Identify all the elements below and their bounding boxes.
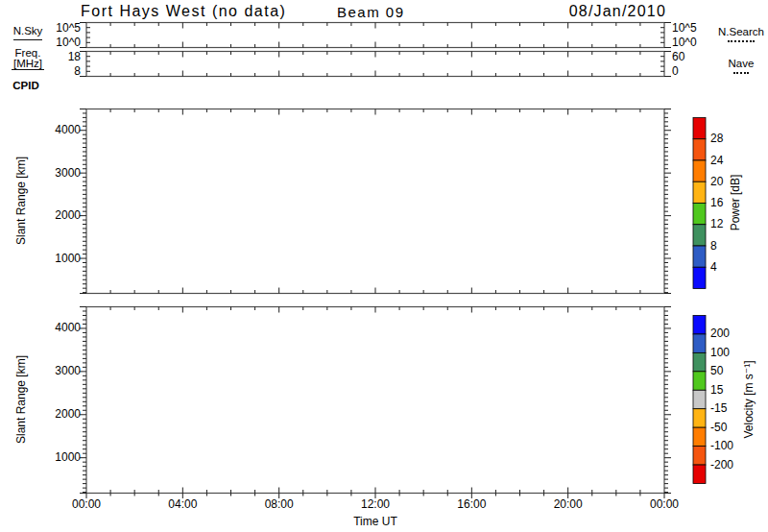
colorbar-tick-label: 28 bbox=[710, 133, 723, 145]
velocity-colorbar-segment bbox=[693, 427, 706, 446]
panel-frame bbox=[86, 307, 664, 494]
velocity-colorbar-segment bbox=[693, 352, 706, 371]
velocity-colorbar-segment bbox=[693, 390, 706, 408]
power-colorbar-segment bbox=[693, 204, 706, 225]
colorbar-tick-label: 24 bbox=[710, 155, 723, 167]
colorbar-tick-label: 50 bbox=[710, 365, 723, 377]
x-tick-label: 04:00 bbox=[156, 498, 209, 511]
y-tick-label: 3000 bbox=[27, 167, 81, 180]
colorbar-tick-label: -15 bbox=[710, 402, 727, 415]
nsearch-label: N.Search bbox=[718, 26, 764, 37]
strip-tick-label: 8 bbox=[27, 65, 81, 78]
velocity-colorbar-segment bbox=[693, 465, 706, 483]
nsearch-legend: N.Search bbox=[711, 26, 768, 42]
velocity-colorbar-segment bbox=[693, 447, 706, 465]
x-tick-label: 12:00 bbox=[348, 498, 402, 511]
nave-dotted-line-icon bbox=[733, 72, 749, 74]
y-tick-label: 3000 bbox=[27, 365, 81, 377]
velocity-colorbar-segment bbox=[693, 372, 706, 390]
strip-tick-label: 18 bbox=[27, 51, 81, 63]
strip-tick-label: 10^0 bbox=[27, 36, 81, 49]
velocity-colorbar-segment bbox=[693, 334, 706, 352]
page-title: Fort Hays West (no data) bbox=[81, 3, 286, 20]
power-colorbar-segment bbox=[693, 181, 706, 203]
y-tick-label: 1000 bbox=[27, 253, 81, 265]
power-colorbar-segment bbox=[693, 225, 706, 246]
superdarn-summary-plot: Fort Hays West (no data) Beam 09 08/Jan/… bbox=[0, 0, 768, 532]
nave-legend: Nave bbox=[711, 58, 768, 74]
x-tick-label: 16:00 bbox=[444, 498, 498, 511]
beam-label: Beam 09 bbox=[337, 4, 405, 20]
slant-range-axis-label-velocity: Slant Range [km] bbox=[14, 306, 28, 493]
cpid-label: CPID bbox=[4, 80, 48, 92]
axis-ticks bbox=[80, 23, 671, 499]
nsearch-dotted-line-icon bbox=[728, 40, 755, 42]
x-tick-label: 00:00 bbox=[637, 498, 691, 511]
strip-tick-label: 60 bbox=[672, 51, 684, 63]
nave-label: Nave bbox=[729, 58, 755, 69]
y-tick-label: 4000 bbox=[27, 124, 81, 136]
x-tick-label: 08:00 bbox=[252, 498, 306, 511]
y-tick-label: 2000 bbox=[27, 209, 81, 222]
colorbar-tick-label: 8 bbox=[710, 240, 717, 253]
colorbar-tick-label: 15 bbox=[710, 384, 723, 397]
y-tick-label: 2000 bbox=[27, 408, 81, 421]
velocity-colorbar-segment bbox=[693, 316, 706, 334]
time-axis-label: Time UT bbox=[303, 515, 447, 528]
y-tick-label: 4000 bbox=[27, 322, 81, 334]
power-colorbar-segment bbox=[693, 246, 706, 267]
power-colorbar-title: Power [dB] bbox=[729, 131, 742, 275]
strip-tick-label: 0 bbox=[672, 65, 679, 78]
colorbar-tick-label: 16 bbox=[710, 197, 723, 209]
velocity-colorbar-segment bbox=[693, 409, 706, 427]
colorbar-tick-label: -200 bbox=[710, 459, 733, 472]
strip-tick-label: 10^5 bbox=[672, 22, 697, 35]
panel-frame bbox=[86, 109, 664, 294]
colorbar-tick-label: 200 bbox=[710, 327, 730, 340]
colorbar-tick-label: 100 bbox=[710, 347, 730, 359]
x-tick-label: 20:00 bbox=[541, 498, 595, 511]
power-colorbar-segment bbox=[693, 118, 706, 139]
strip-tick-label: 10^5 bbox=[27, 22, 81, 35]
velocity-colorbar-title: Velocity [m s⁻¹] bbox=[742, 327, 756, 472]
power-colorbar-segment bbox=[693, 160, 706, 181]
colorbar-tick-label: -100 bbox=[710, 440, 733, 452]
colorbar-tick-label: -50 bbox=[710, 422, 727, 434]
slant-range-axis-label-power: Slant Range [km] bbox=[14, 108, 28, 294]
colorbar-tick-label: 4 bbox=[710, 261, 717, 274]
y-tick-label: 1000 bbox=[27, 451, 81, 464]
date-label: 08/Jan/2010 bbox=[536, 3, 666, 20]
power-colorbar-segment bbox=[693, 139, 706, 160]
x-tick-label: 00:00 bbox=[60, 498, 113, 511]
strip-tick-label: 10^0 bbox=[672, 36, 697, 49]
axes-layer bbox=[0, 0, 768, 532]
power-colorbar-segment bbox=[693, 267, 706, 288]
colorbar-tick-label: 12 bbox=[710, 218, 723, 230]
colorbar-tick-label: 20 bbox=[710, 176, 723, 188]
